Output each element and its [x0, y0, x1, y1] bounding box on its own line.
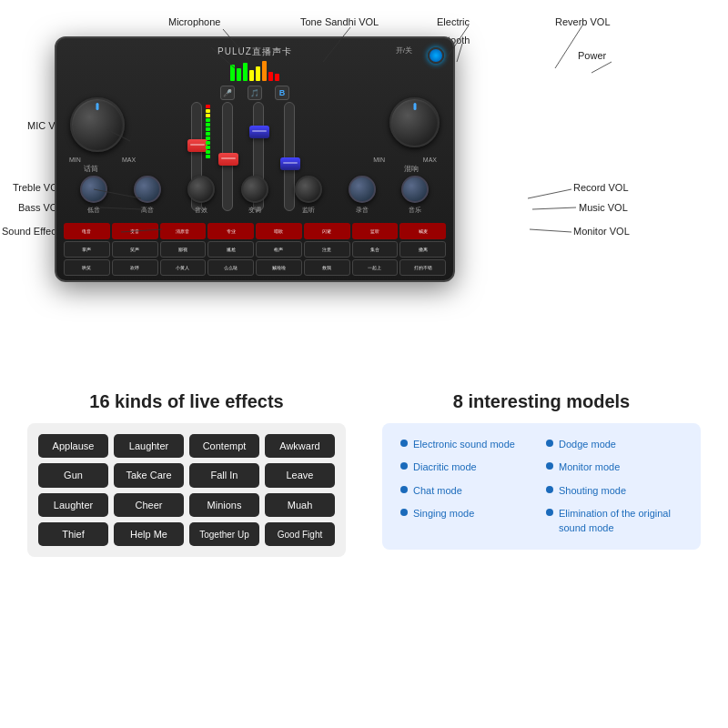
effect-row-1: 电音 变音 消原音 专业 唱歌 闪避 监听 喊麦 — [64, 223, 446, 239]
ann-microphone: Microphone — [168, 16, 220, 27]
btn-cheli[interactable]: 撤离 — [399, 241, 446, 258]
model-dot-8 — [546, 509, 553, 516]
model-text-5: Chat mode — [413, 484, 462, 498]
model-1: Electronic sound mode — [400, 438, 537, 451]
effect-helpme[interactable]: Help Me — [114, 522, 184, 546]
model-dot-6 — [546, 486, 553, 493]
btn-xiaohuangren[interactable]: 小黄人 — [160, 259, 207, 276]
max-label-left: MAX — [122, 157, 136, 163]
btn-zhuanye[interactable]: 专业 — [207, 223, 254, 239]
bottom-section: 16 kinds of live effects Applause Laught… — [0, 382, 728, 728]
knob-pitch[interactable] — [241, 176, 268, 203]
btn-shanyue[interactable]: 闪避 — [304, 223, 350, 239]
knob-effect[interactable] — [187, 176, 215, 203]
svg-line-4 — [457, 44, 462, 62]
model-4: Monitor mode — [546, 460, 682, 474]
btn-xiaosheng[interactable]: 笑声 — [112, 241, 158, 258]
fader-handle-4[interactable] — [280, 157, 300, 170]
svg-line-6 — [592, 62, 612, 73]
btn-jihe[interactable]: 集合 — [352, 241, 399, 258]
effect-minions[interactable]: Minions — [189, 493, 259, 517]
ann-reverb-vol: Reverb VOL — [555, 16, 611, 27]
device-section: Microphone Music Tone Sandhi VOL Electri… — [0, 0, 728, 382]
model-dot-4 — [546, 462, 553, 470]
effect-contempt[interactable]: Contempt — [189, 434, 259, 458]
btn-yiqishang[interactable]: 一起上 — [352, 259, 399, 276]
effect-fallin[interactable]: Fall In — [189, 463, 259, 487]
model-text-6: Shouting mode — [559, 484, 626, 498]
model-text-2: Dodge mode — [559, 438, 616, 451]
btn-zhangsheng[interactable]: 掌声 — [64, 241, 110, 258]
model-6: Shouting mode — [546, 484, 682, 498]
power-label: 开/关 — [396, 46, 412, 56]
fader-handle-1[interactable] — [187, 139, 207, 152]
model-text-7: Singing mode — [413, 507, 474, 521]
effect-takecare[interactable]: Take Care — [114, 463, 184, 487]
effect-gun[interactable]: Gun — [38, 463, 108, 487]
btn-changge[interactable]: 唱歌 — [256, 223, 302, 239]
effect-awkward[interactable]: Awkward — [265, 434, 335, 458]
effects-box: Applause Laughter Contempt Awkward Gun T… — [27, 423, 346, 557]
btn-bishui[interactable]: 鄙视 — [160, 241, 207, 258]
effect-goodfight[interactable]: Good Fight — [265, 522, 335, 546]
effect-cheer[interactable]: Cheer — [114, 493, 184, 517]
effect-buttons-area: 电音 变音 消原音 专业 唱歌 闪避 监听 喊麦 掌声 笑声 鄙视 尴尬 枪声 … — [64, 223, 446, 276]
btn-hanmai[interactable]: 喊麦 — [399, 223, 446, 239]
effect-leave[interactable]: Leave — [265, 463, 335, 487]
model-dot-5 — [400, 486, 408, 493]
fader-handle-3[interactable] — [249, 126, 269, 138]
svg-line-13 — [530, 229, 571, 232]
effect-applause[interactable]: Applause — [38, 434, 108, 458]
btn-dabudecuo[interactable]: 打的不错 — [399, 259, 446, 276]
reverb-vol-knob[interactable] — [389, 97, 440, 147]
btn-ganga[interactable]: 尴尬 — [207, 241, 254, 258]
btn-qiangsheng[interactable]: 枪声 — [256, 241, 302, 258]
model-text-1: Electronic sound mode — [413, 438, 515, 451]
ann-tone-sandhi: Tone Sandhi VOL — [300, 16, 379, 27]
model-dot-2 — [546, 440, 553, 447]
panel-left: 16 kinds of live effects Applause Laught… — [18, 382, 355, 728]
brand-label: PULUZ直播声卡 — [217, 46, 292, 58]
model-text-8: Elimination of the original sound mode — [559, 507, 682, 535]
effect-laughter[interactable]: Laughter — [114, 434, 184, 458]
model-dot-7 — [400, 509, 408, 516]
effect-row-2: 掌声 笑声 鄙视 尴尬 枪声 注意 集合 撤离 — [64, 241, 446, 258]
knob-music[interactable] — [401, 176, 429, 203]
knob-bass[interactable] — [80, 176, 107, 203]
ann-power: Power — [578, 50, 606, 61]
fader-handle-2[interactable] — [218, 153, 238, 166]
effect-muah[interactable]: Muah — [265, 493, 335, 517]
min-label-left: MIN — [69, 157, 81, 163]
btn-jiuwo[interactable]: 救我 — [304, 259, 350, 276]
btn-huanhu[interactable]: 欢呼 — [112, 259, 158, 276]
knob-treble[interactable] — [134, 176, 161, 203]
power-button[interactable] — [428, 47, 444, 64]
knob-record[interactable] — [349, 176, 376, 203]
btn-zhuyi[interactable]: 注意 — [304, 241, 350, 258]
knob-monitor[interactable] — [295, 176, 322, 203]
mic-vol-knob[interactable] — [70, 97, 125, 152]
model-dot-3 — [400, 462, 408, 470]
effect-togetherup[interactable]: Together Up — [189, 522, 259, 546]
btn-bianyin[interactable]: 变音 — [112, 223, 158, 239]
panel-right: 8 interesting models Electronic sound mo… — [373, 382, 710, 728]
ann-record-vol: Record VOL — [573, 182, 629, 193]
min-label-right: MIN — [373, 157, 385, 163]
small-knobs-row — [67, 176, 442, 203]
btn-momo[interactable]: 么么哒 — [207, 259, 254, 276]
btn-hongxiao[interactable]: 哄笑 — [64, 259, 110, 276]
icon-row: 🎤 🎵 B — [220, 86, 289, 100]
effect-thief[interactable]: Thief — [38, 522, 108, 546]
btn-xiaoyuanyin[interactable]: 消原音 — [160, 223, 207, 239]
effect-row-3: 哄笑 欢呼 小黄人 么么哒 贼啦啦 救我 一起上 打的不错 — [64, 259, 446, 276]
max-label-right: MAX — [423, 157, 437, 163]
model-2: Dodge mode — [546, 438, 682, 451]
model-3: Diacritic mode — [400, 460, 537, 474]
btn-dianyin[interactable]: 电音 — [64, 223, 110, 239]
btn-jianting[interactable]: 监听 — [352, 223, 399, 239]
models-box: Electronic sound mode Dodge mode Diacrit… — [382, 423, 701, 550]
model-text-3: Diacritic mode — [413, 460, 477, 474]
svg-line-12 — [532, 207, 576, 209]
effect-laughter2[interactable]: Laughter — [38, 493, 108, 517]
btn-zeila[interactable]: 贼啦啦 — [256, 259, 302, 276]
